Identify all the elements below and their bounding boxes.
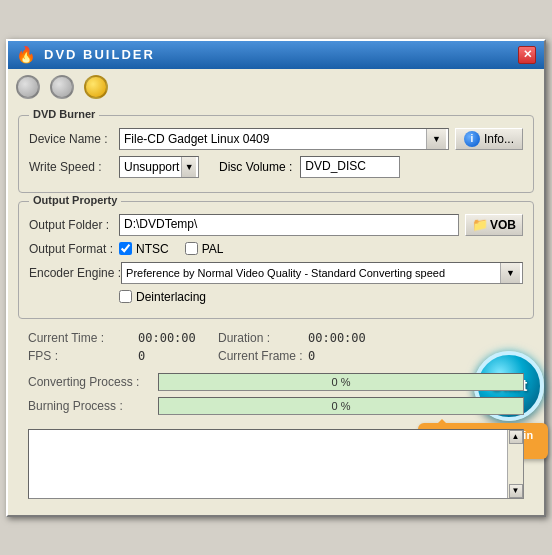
encoder-engine-value: Preference by Normal Video Quality - Sta…: [124, 267, 500, 279]
title-bar: 🔥 DVD BUILDER ✕: [8, 41, 544, 69]
deinterlacing-checkbox[interactable]: [119, 290, 132, 303]
format-checkbox-group: NTSC PAL: [119, 242, 223, 256]
output-property-content: Output Folder : D:\DVDTemp\ 📁 VOB Output…: [29, 214, 523, 304]
time-row: Current Time : 00:00:00 Duration : 00:00…: [28, 331, 524, 345]
device-name-label: Device Name :: [29, 132, 119, 146]
log-area: ▲ ▼: [28, 429, 524, 499]
device-name-dropdown[interactable]: File-CD Gadget Linux 0409 ▼: [119, 128, 449, 150]
encoder-engine-label: Encoder Engine :: [29, 266, 121, 280]
current-frame-label: Current Frame :: [218, 349, 308, 363]
disc-volume-input[interactable]: DVD_DISC: [300, 156, 400, 178]
info-btn-label: Info...: [484, 132, 514, 146]
output-folder-value: D:\DVDTemp\: [124, 217, 197, 231]
dvd-burner-content: Device Name : File-CD Gadget Linux 0409 …: [29, 128, 523, 178]
current-time-label: Current Time :: [28, 331, 138, 345]
converting-process-row: Converting Process : 0 %: [28, 373, 524, 391]
pal-checkbox[interactable]: [185, 242, 198, 255]
output-property-group: Output Property Output Folder : D:\DVDTe…: [18, 201, 534, 319]
window-title: DVD BUILDER: [44, 47, 155, 62]
deinterlacing-row: Deinterlacing: [29, 290, 523, 304]
output-folder-input[interactable]: D:\DVDTemp\: [119, 214, 459, 236]
deinterlacing-option: Deinterlacing: [119, 290, 206, 304]
ntsc-label: NTSC: [136, 242, 169, 256]
close-button[interactable]: ✕: [518, 46, 536, 64]
ntsc-checkbox[interactable]: [119, 242, 132, 255]
maximize-button[interactable]: [50, 75, 74, 99]
log-scrollbar: ▲ ▼: [507, 430, 523, 498]
write-speed-arrow[interactable]: ▼: [181, 157, 196, 177]
output-folder-label: Output Folder :: [29, 218, 119, 232]
write-speed-value: Unsupport: [122, 160, 181, 174]
encoder-engine-dropdown[interactable]: Preference by Normal Video Quality - Sta…: [121, 262, 523, 284]
burning-process-row: Burning Process : 0 %: [28, 397, 524, 415]
device-name-value: File-CD Gadget Linux 0409: [122, 132, 426, 146]
restore-button[interactable]: [84, 75, 108, 99]
encoder-engine-row: Encoder Engine : Preference by Normal Vi…: [29, 262, 523, 284]
progress-section: Start Click Start to begin burning DVD C…: [18, 371, 534, 423]
vob-button[interactable]: 📁 VOB: [465, 214, 523, 236]
duration-label: Duration :: [218, 331, 308, 345]
output-format-row: Output Format : NTSC PAL: [29, 242, 523, 256]
stats-section: Current Time : 00:00:00 Duration : 00:00…: [18, 327, 534, 371]
main-window: 🔥 DVD BUILDER ✕ DVD Burner Device Name :…: [6, 39, 546, 517]
title-bar-left: 🔥 DVD BUILDER: [16, 45, 155, 64]
scroll-down-button[interactable]: ▼: [509, 484, 523, 498]
fps-label: FPS :: [28, 349, 138, 363]
traffic-lights: [8, 69, 544, 107]
vob-btn-label: VOB: [490, 218, 516, 232]
folder-icon: 📁: [472, 217, 488, 232]
burning-label: Burning Process :: [28, 399, 158, 413]
duration-value: 00:00:00: [308, 331, 388, 345]
info-button[interactable]: i Info...: [455, 128, 523, 150]
scroll-up-button[interactable]: ▲: [509, 430, 523, 444]
output-folder-row: Output Folder : D:\DVDTemp\ 📁 VOB: [29, 214, 523, 236]
converting-progress-text: 0 %: [159, 374, 523, 390]
write-speed-row: Write Speed : Unsupport ▼ Disc Volume : …: [29, 156, 523, 178]
write-speed-label: Write Speed :: [29, 160, 119, 174]
window-body: DVD Burner Device Name : File-CD Gadget …: [8, 107, 544, 515]
pal-option: PAL: [185, 242, 224, 256]
current-time-value: 00:00:00: [138, 331, 218, 345]
minimize-button[interactable]: [16, 75, 40, 99]
device-name-row: Device Name : File-CD Gadget Linux 0409 …: [29, 128, 523, 150]
disc-volume-label: Disc Volume :: [219, 160, 292, 174]
dvd-burner-title: DVD Burner: [29, 108, 99, 120]
flame-icon: 🔥: [16, 45, 38, 64]
current-frame-value: 0: [308, 349, 388, 363]
fps-row: FPS : 0 Current Frame : 0: [28, 349, 524, 363]
write-speed-dropdown[interactable]: Unsupport ▼: [119, 156, 199, 178]
pal-label: PAL: [202, 242, 224, 256]
fps-value: 0: [138, 349, 218, 363]
ntsc-option: NTSC: [119, 242, 169, 256]
info-icon: i: [464, 131, 480, 147]
deinterlacing-label: Deinterlacing: [136, 290, 206, 304]
burning-progress-text: 0 %: [159, 398, 523, 414]
device-dropdown-arrow[interactable]: ▼: [426, 129, 446, 149]
disc-volume-value: DVD_DISC: [305, 159, 366, 173]
output-property-title: Output Property: [29, 194, 121, 206]
converting-progress-bar: 0 %: [158, 373, 524, 391]
output-format-label: Output Format :: [29, 242, 119, 256]
dvd-burner-group: DVD Burner Device Name : File-CD Gadget …: [18, 115, 534, 193]
converting-label: Converting Process :: [28, 375, 158, 389]
burning-progress-bar: 0 %: [158, 397, 524, 415]
encoder-arrow[interactable]: ▼: [500, 263, 520, 283]
